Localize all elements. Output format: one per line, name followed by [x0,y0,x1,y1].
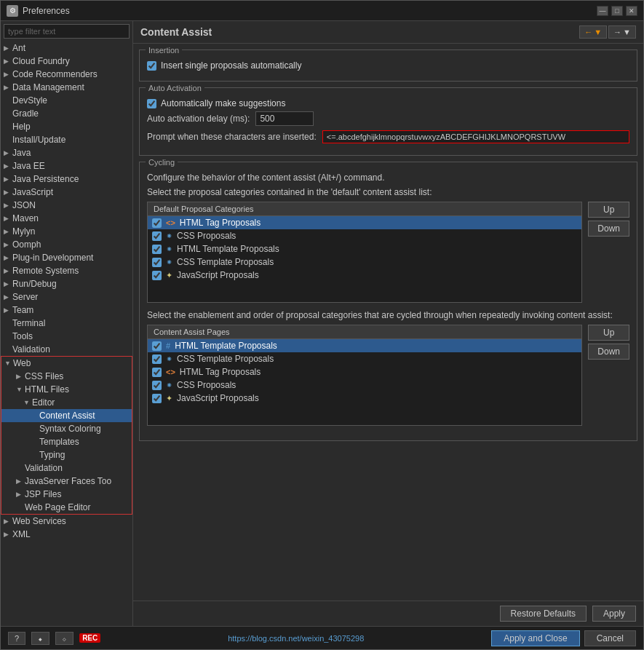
help-button[interactable]: ? [8,632,25,645]
sidebar-item-templates[interactable]: ▶ Templates [1,435,132,448]
sidebar-item-gradle[interactable]: ▶ Gradle [1,107,132,120]
sidebar-item-maven[interactable]: ▶ Maven [1,212,132,225]
sidebar-item-jsp-files[interactable]: ▶ JSP Files [1,488,132,501]
sidebar-item-web-services[interactable]: ▶ Web Services [1,515,132,528]
export-button[interactable]: ⬦ [55,632,73,645]
sidebar-item-html-files[interactable]: ▼ HTML Files [1,383,132,396]
sidebar-item-remote-systems[interactable]: ▶ Remote Systems [1,264,132,277]
sidebar-item-css-files[interactable]: ▶ CSS Files [1,370,132,383]
expand-icon: ▶ [4,202,11,209]
sidebar-item-devstyle[interactable]: ▶ DevStyle [1,94,132,107]
sidebar-item-java[interactable]: ▶ Java [1,146,132,159]
minimize-button[interactable]: — [597,6,608,16]
proposal-item[interactable]: ⁕ CSS Template Proposals [148,255,581,269]
expand-icon: ▼ [23,399,31,406]
proposal-item[interactable]: ⁕ CSS Proposals [148,378,581,392]
sidebar-item-json[interactable]: ▶ JSON [1,199,132,212]
cycle-down-button[interactable]: Down [588,344,629,360]
sidebar-item-help[interactable]: ▶ Help [1,120,132,133]
sidebar-item-xml[interactable]: ▶ XML [1,528,132,541]
expand-icon: ▶ [16,477,23,485]
sidebar-item-label: Java EE [12,161,45,171]
proposal-item[interactable]: <> HTML Tag Proposals [148,365,581,378]
proposal-checkbox[interactable] [152,231,162,241]
proposal-item[interactable]: ✦ JavaScript Proposals [148,269,581,282]
proposal-checkbox[interactable] [152,341,162,351]
sidebar-item-plug-in[interactable]: ▶ Plug-in Development [1,251,132,264]
sidebar-item-editor[interactable]: ▼ Editor [1,396,132,409]
apply-button[interactable]: Apply [592,606,636,622]
sidebar-item-web[interactable]: ▼ Web [1,357,132,370]
sidebar-item-label: Help [12,122,31,132]
sidebar-item-mylyn[interactable]: ▶ Mylyn [1,225,132,238]
sidebar-item-label: Typing [39,450,65,460]
proposal-checkbox[interactable] [152,258,162,267]
default-proposals-container: Default Proposal Categories <> HTML Tag … [147,202,629,303]
proposal-checkbox[interactable] [152,271,162,280]
sidebar-item-team[interactable]: ▶ Team [1,304,132,317]
sidebar-item-install-update[interactable]: ▶ Install/Update [1,133,132,146]
close-button[interactable]: ✕ [626,6,637,16]
css-icon: ⁕ [166,231,172,241]
sidebar-item-syntax-coloring[interactable]: ▶ Syntax Coloring [1,422,132,435]
sidebar-item-typing[interactable]: ▶ Typing [1,448,132,461]
prompt-input[interactable] [322,130,629,143]
sidebar-item-java-persistence[interactable]: ▶ Java Persistence [1,173,132,186]
apply-close-button[interactable]: Apply and Close [491,630,579,646]
sidebar-item-code-recommenders[interactable]: ▶ Code Recommenders [1,68,132,81]
maximize-button[interactable]: □ [611,6,623,16]
proposal-item[interactable]: ✦ JavaScript Proposals [148,392,581,405]
proposal-item[interactable]: <> HTML Tag Proposals [148,216,581,229]
sidebar-item-label: Content Assist [39,411,95,421]
sidebar-item-ant[interactable]: ▶ Ant [1,41,132,55]
sidebar-item-server[interactable]: ▶ Server [1,290,132,304]
default-proposals-header: Default Proposal Categories [147,202,582,215]
proposal-checkbox[interactable] [152,381,162,390]
sidebar-item-java-ee[interactable]: ▶ Java EE [1,159,132,173]
proposal-checkbox[interactable] [152,354,162,364]
cycle-up-button[interactable]: Up [588,325,629,341]
filter-input[interactable] [4,24,130,39]
import-button[interactable]: ⬥ [31,632,49,645]
default-proposals-list: <> HTML Tag Proposals ⁕ CSS Proposals [147,215,582,303]
proposal-item[interactable]: ⁕ HTML Template Proposals [148,242,581,255]
rec-badge: REC [79,633,100,643]
sidebar-item-javaserver-faces[interactable]: ▶ JavaServer Faces Too [1,475,132,488]
proposal-item[interactable]: ⁕ CSS Template Proposals [148,352,581,365]
forward-button[interactable]: → ▼ [608,25,636,39]
proposal-checkbox[interactable] [152,394,162,403]
sidebar-item-label: Java [12,148,31,158]
sidebar-item-content-assist[interactable]: ▶ Content Assist [1,409,132,422]
sidebar-item-validation[interactable]: ▶ Validation [1,343,132,356]
restore-defaults-button[interactable]: Restore Defaults [500,606,587,622]
sidebar-item-web-page-editor[interactable]: ▶ Web Page Editor [1,501,132,514]
proposal-label: HTML Tag Proposals [180,367,261,377]
expand-icon: ▶ [4,84,11,91]
expand-icon: ▶ [4,241,11,248]
sidebar-item-label: Maven [12,213,39,223]
insert-single-checkbox[interactable] [147,61,156,71]
default-up-button[interactable]: Up [588,202,629,218]
sidebar-item-validation2[interactable]: ▶ Validation [1,461,132,475]
cancel-button[interactable]: Cancel [584,630,636,646]
proposal-checkbox[interactable] [152,218,162,228]
sidebar-item-cloud-foundry[interactable]: ▶ Cloud Foundry [1,55,132,68]
proposal-item[interactable]: ⁕ CSS Proposals [148,229,581,242]
delay-input[interactable] [255,111,314,126]
sidebar-item-label: Terminal [12,318,45,328]
sidebar-item-oomph[interactable]: ▶ Oomph [1,238,132,251]
proposal-checkbox[interactable] [152,245,162,254]
proposal-checkbox[interactable] [152,368,162,377]
insert-proposals-row: Insert single proposals automatically [147,60,629,71]
cycle-proposals-header: Content Assist Pages [147,325,582,338]
auto-suggestions-checkbox[interactable] [147,99,156,108]
sidebar-item-tools[interactable]: ▶ Tools [1,330,132,343]
sidebar-item-data-management[interactable]: ▶ Data Management [1,81,132,94]
sidebar-item-terminal[interactable]: ▶ Terminal [1,317,132,330]
default-down-button[interactable]: Down [588,221,629,237]
proposal-item[interactable]: # HTML Template Proposals [148,339,581,352]
back-button[interactable]: ← ▼ [579,25,607,39]
sidebar-item-javascript[interactable]: ▶ JavaScript [1,186,132,199]
sidebar-item-label: Templates [39,437,79,447]
sidebar-item-run-debug[interactable]: ▶ Run/Debug [1,277,132,290]
